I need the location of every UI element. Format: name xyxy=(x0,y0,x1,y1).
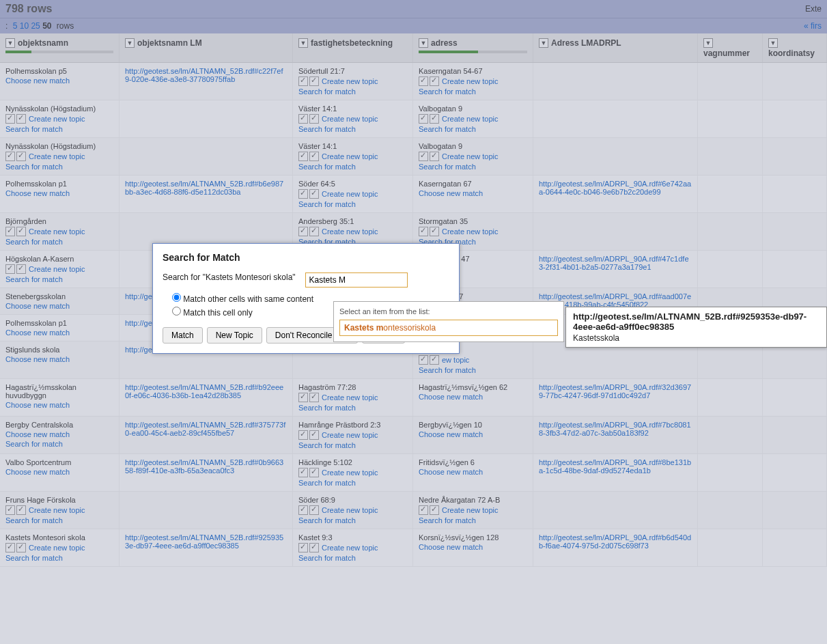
choose-new-match-link[interactable]: Choose new match xyxy=(5,401,113,409)
search-for-match-link[interactable]: Search for match xyxy=(298,516,407,524)
create-new-topic-link[interactable]: Create new topic xyxy=(322,115,378,123)
check-icon[interactable] xyxy=(309,543,319,552)
search-for-match-link[interactable]: Search for match xyxy=(5,516,113,524)
column-header[interactable]: ▼objektsnamn LM xyxy=(120,33,293,62)
search-for-match-link[interactable]: Search for match xyxy=(5,238,113,246)
dropdown-icon[interactable]: ▼ xyxy=(5,38,15,48)
check-icon[interactable] xyxy=(430,505,439,515)
create-new-topic-link[interactable]: Create new topic xyxy=(322,431,378,439)
check-icon[interactable] xyxy=(5,505,15,515)
choose-new-match-link[interactable]: Choose new match xyxy=(5,430,113,438)
cell-link[interactable]: http://geotest.se/lm/ALTNAMN_52B.rdf#c22… xyxy=(125,67,287,83)
create-new-topic-link[interactable]: Create new topic xyxy=(322,393,378,402)
search-for-match-link[interactable]: Search for match xyxy=(419,125,527,133)
choose-new-match-link[interactable]: Choose new match xyxy=(5,468,113,476)
check-icon[interactable] xyxy=(298,430,308,440)
create-new-topic-link[interactable]: Create new topic xyxy=(29,506,85,514)
cell-link[interactable]: http://geotest.se/lm/ADRPL_90A.rdf#32d36… xyxy=(539,383,692,400)
check-icon[interactable] xyxy=(298,189,308,199)
check-icon[interactable] xyxy=(309,430,319,440)
dropdown-icon[interactable]: ▼ xyxy=(768,38,778,48)
create-new-topic-link[interactable]: Create new topic xyxy=(322,468,378,477)
create-new-topic-link[interactable]: Create new topic xyxy=(442,152,499,160)
check-icon[interactable] xyxy=(430,227,439,236)
choose-new-match-link[interactable]: Choose new match xyxy=(5,189,113,197)
page-size-25[interactable]: 25 xyxy=(31,21,40,31)
cell-link[interactable]: http://geotest.se/lm/ADRPL_90A.rdf#8be13… xyxy=(539,458,692,475)
search-for-match-link[interactable]: Search for match xyxy=(298,404,407,412)
check-icon[interactable] xyxy=(309,189,319,199)
check-icon[interactable] xyxy=(419,76,428,86)
match-button[interactable]: Match xyxy=(163,327,203,344)
create-new-topic-link[interactable]: Create new topic xyxy=(442,115,499,123)
check-icon[interactable] xyxy=(298,76,308,86)
create-new-topic-link[interactable]: Create new topic xyxy=(29,115,85,123)
choose-new-match-link[interactable]: Choose new match xyxy=(419,189,527,197)
check-icon[interactable] xyxy=(419,114,428,124)
search-for-match-link[interactable]: Search for match xyxy=(298,87,407,96)
check-icon[interactable] xyxy=(309,468,319,477)
check-icon[interactable] xyxy=(419,152,428,161)
cell-link[interactable]: http://geotest.se/lm/ALTNAMN_52B.rdf#b6e… xyxy=(125,180,287,196)
create-new-topic-link[interactable]: Create new topic xyxy=(322,77,378,85)
search-for-match-link[interactable]: Search for match xyxy=(298,125,407,133)
choose-new-match-link[interactable]: Choose new match xyxy=(419,393,527,401)
check-icon[interactable] xyxy=(5,227,15,236)
check-icon[interactable] xyxy=(419,227,428,236)
create-new-topic-link[interactable]: ew topic xyxy=(442,356,469,364)
page-size-50[interactable]: 50 xyxy=(42,21,51,31)
page-size-5[interactable]: 5 xyxy=(13,21,18,31)
column-header[interactable]: ▼vagnummer xyxy=(698,33,763,62)
check-icon[interactable] xyxy=(5,264,15,274)
search-for-match-link[interactable]: Search for match xyxy=(298,554,407,562)
create-new-topic-link[interactable]: Create new topic xyxy=(29,152,85,160)
check-icon[interactable] xyxy=(430,114,439,124)
check-icon[interactable] xyxy=(419,505,428,515)
cell-link[interactable]: http://geotest.se/lm/ALTNAMN_52B.rdf#925… xyxy=(125,533,287,550)
check-icon[interactable] xyxy=(430,152,439,161)
page-size-10[interactable]: 10 xyxy=(20,21,29,31)
column-header[interactable]: ▼fastighetsbeteckning xyxy=(293,33,413,62)
cell-link[interactable]: http://geotest.se/lm/ALTNAMN_52B.rdf#b92… xyxy=(125,383,287,400)
cell-link[interactable]: http://geotest.se/lm/ADRPL_90A.rdf#6e742… xyxy=(539,180,692,196)
search-input[interactable] xyxy=(305,272,408,288)
search-for-match-link[interactable]: Search for match xyxy=(419,366,527,374)
create-new-topic-link[interactable]: Create new topic xyxy=(442,77,499,85)
create-new-topic-link[interactable]: Create new topic xyxy=(322,544,378,552)
check-icon[interactable] xyxy=(16,152,26,161)
check-icon[interactable] xyxy=(430,76,439,86)
search-for-match-link[interactable]: Search for match xyxy=(419,87,527,96)
check-icon[interactable] xyxy=(419,355,428,365)
check-icon[interactable] xyxy=(16,264,26,274)
choose-new-match-link[interactable]: Choose new match xyxy=(419,543,527,551)
cell-link[interactable]: http://geotest.se/lm/ALTNAMN_52B.rdf#375… xyxy=(125,421,287,437)
column-header[interactable]: ▼objektsnamn xyxy=(0,33,120,62)
check-icon[interactable] xyxy=(298,393,308,402)
check-icon[interactable] xyxy=(309,114,319,124)
create-new-topic-link[interactable]: Create new topic xyxy=(29,544,85,552)
check-icon[interactable] xyxy=(5,152,15,161)
check-icon[interactable] xyxy=(16,505,26,515)
check-icon[interactable] xyxy=(298,152,308,161)
check-icon[interactable] xyxy=(16,543,26,552)
search-for-match-link[interactable]: Search for match xyxy=(419,163,527,171)
check-icon[interactable] xyxy=(309,227,319,236)
create-new-topic-link[interactable]: Create new topic xyxy=(29,265,85,273)
choose-new-match-link[interactable]: Choose new match xyxy=(419,468,527,476)
check-icon[interactable] xyxy=(309,393,319,402)
dropdown-icon[interactable]: ▼ xyxy=(125,38,135,48)
search-for-match-link[interactable]: Search for match xyxy=(5,440,113,448)
new-topic-button[interactable]: New Topic xyxy=(207,327,262,344)
check-icon[interactable] xyxy=(430,355,439,365)
choose-new-match-link[interactable]: Choose new match xyxy=(5,302,113,310)
suggestion-item[interactable]: Kastets montessoriskola xyxy=(339,320,558,336)
search-for-match-link[interactable]: Search for match xyxy=(419,516,527,524)
cell-link[interactable]: http://geotest.se/lm/ALTNAMN_52B.rdf#0b9… xyxy=(125,458,287,475)
choose-new-match-link[interactable]: Choose new match xyxy=(5,76,113,85)
check-icon[interactable] xyxy=(16,114,26,124)
choose-new-match-link[interactable]: Choose new match xyxy=(5,328,113,337)
column-header[interactable]: ▼Adress LMADRPL xyxy=(533,33,698,62)
dropdown-icon[interactable]: ▼ xyxy=(419,38,428,48)
search-for-match-link[interactable]: Search for match xyxy=(298,479,407,487)
check-icon[interactable] xyxy=(309,76,319,86)
